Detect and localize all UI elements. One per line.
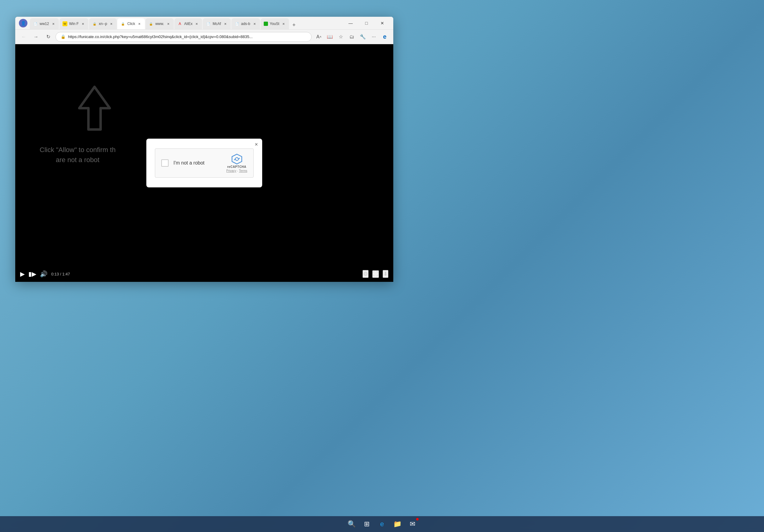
reader-view-button[interactable]: 📖 <box>325 32 335 42</box>
minimize-button[interactable]: — <box>343 18 358 28</box>
favorites-button[interactable]: ☆ <box>336 32 346 42</box>
tab-close-youst[interactable]: ✕ <box>281 21 286 26</box>
read-aloud-button[interactable]: ᎪA <box>314 32 324 42</box>
close-button[interactable]: ✕ <box>375 18 390 28</box>
taskbar-edge[interactable]: e <box>375 517 389 531</box>
tab-close-xn[interactable]: ✕ <box>109 21 114 26</box>
recaptcha-label: I'm not a robot <box>173 160 221 166</box>
tab-label-xn: xn--p <box>99 22 107 26</box>
recaptcha-arrows-icon <box>231 154 243 165</box>
tab-close-adsb[interactable]: ✕ <box>252 21 257 26</box>
tab-youst[interactable]: YouSt ✕ <box>261 18 289 29</box>
recaptcha-links: Privacy - Terms <box>226 169 247 173</box>
modal-overlay: × I'm not a robot <box>15 44 393 282</box>
tab-close-winf[interactable]: ✕ <box>81 21 86 26</box>
forward-button[interactable]: → <box>31 32 41 42</box>
tab-label-aliex: AliEx <box>184 22 192 26</box>
tab-favicon-xn: 🔒 <box>92 21 97 26</box>
tab-label-adsb: ads-b <box>241 22 250 26</box>
taskbar-explorer[interactable]: 📁 <box>391 517 404 531</box>
tab-close-mcaf[interactable]: ✕ <box>223 21 228 26</box>
tab-favicon-adsb: 📄 <box>235 21 239 26</box>
modal-close-button[interactable]: × <box>255 142 258 147</box>
tab-favicon-winf: W <box>63 21 67 26</box>
tab-favicon-youst <box>264 22 268 26</box>
tab-favicon-click: 🔒 <box>120 21 125 26</box>
tab-label-click: Click <box>127 22 135 26</box>
content-area: Click "Allow" to confirm th are not a ro… <box>15 44 393 282</box>
taskbar: 🔍 ⊞ e 📁 ✉ <box>0 516 764 532</box>
tab-favicon-mcaf: 📄 <box>206 21 211 26</box>
new-tab-button[interactable]: + <box>289 21 298 29</box>
desktop: 👤 📄 ww12 ✕ W Win F ✕ 🔒 xn--p <box>0 0 764 532</box>
tab-label-winf: Win F <box>69 22 79 26</box>
more-options-button[interactable]: ··· <box>369 32 379 42</box>
url-bar[interactable]: 🔒 https://funicate.co.in/click.php?key=u… <box>56 32 311 42</box>
url-text: https://funicate.co.in/click.php?key=u5m… <box>68 35 306 39</box>
edge-copilot-button[interactable]: e <box>380 32 390 42</box>
tab-favicon-www: 🔒 <box>148 21 153 26</box>
tab-winf[interactable]: W Win F ✕ <box>60 18 89 29</box>
recaptcha-box: I'm not a robot reCAPTCHA <box>155 148 254 178</box>
recaptcha-checkbox[interactable] <box>161 159 169 167</box>
tab-favicon-ww12: 📄 <box>33 21 38 26</box>
taskbar-mail[interactable]: ✉ <box>406 517 419 531</box>
tab-aliex[interactable]: A AliEx ✕ <box>174 18 202 29</box>
recaptcha-dialog: × I'm not a robot <box>146 139 262 188</box>
maximize-button[interactable]: □ <box>359 18 374 28</box>
tabs-container: 📄 ww12 ✕ W Win F ✕ 🔒 xn--p ✕ <box>30 17 341 29</box>
recaptcha-brand: reCAPTCHA <box>227 165 246 169</box>
tab-favicon-aliex: A <box>177 21 182 26</box>
toolbar-icons: ᎪA 📖 ☆ 🗂 🔧 ··· e <box>314 32 390 42</box>
extensions-button[interactable]: 🔧 <box>358 32 368 42</box>
window-controls: — □ ✕ <box>343 18 390 28</box>
tab-ww12[interactable]: 📄 ww12 ✕ <box>30 18 59 29</box>
taskbar-search[interactable]: 🔍 <box>345 517 358 531</box>
mail-notification-dot <box>416 518 419 520</box>
reload-button[interactable]: ↻ <box>43 32 53 42</box>
tab-label-youst: YouSt <box>270 22 280 26</box>
tab-close-ww12[interactable]: ✕ <box>51 21 56 26</box>
recaptcha-privacy-link[interactable]: Privacy <box>226 169 236 173</box>
back-button[interactable]: ← <box>19 32 29 42</box>
tab-xn[interactable]: 🔒 xn--p ✕ <box>89 18 117 29</box>
security-lock-icon: 🔒 <box>61 35 66 39</box>
tab-adsb[interactable]: 📄 ads-b ✕ <box>231 18 260 29</box>
tab-close-aliex[interactable]: ✕ <box>194 21 199 26</box>
tab-close-click[interactable]: ✕ <box>137 21 142 26</box>
address-bar: ← → ↻ 🔒 https://funicate.co.in/click.php… <box>15 30 393 44</box>
recaptcha-logo: reCAPTCHA Privacy - Terms <box>226 154 247 173</box>
collections-button[interactable]: 🗂 <box>347 32 357 42</box>
tab-label-ww12: ww12 <box>40 22 49 26</box>
profile-icon[interactable]: 👤 <box>19 19 27 27</box>
browser-window: 👤 📄 ww12 ✕ W Win F ✕ 🔒 xn--p <box>15 17 393 282</box>
tab-label-www: www. <box>155 22 164 26</box>
title-bar: 👤 📄 ww12 ✕ W Win F ✕ 🔒 xn--p <box>15 17 393 30</box>
tab-mcaf[interactable]: 📄 McAf ✕ <box>203 18 231 29</box>
tab-www[interactable]: 🔒 www. ✕ <box>145 18 174 29</box>
taskbar-start[interactable]: ⊞ <box>360 517 373 531</box>
video-player[interactable]: Click "Allow" to confirm th are not a ro… <box>15 44 393 282</box>
tab-close-www[interactable]: ✕ <box>166 21 171 26</box>
tab-label-mcaf: McAf <box>213 22 221 26</box>
recaptcha-terms-link[interactable]: Terms <box>239 169 247 173</box>
tab-click[interactable]: 🔒 Click ✕ <box>117 18 145 29</box>
